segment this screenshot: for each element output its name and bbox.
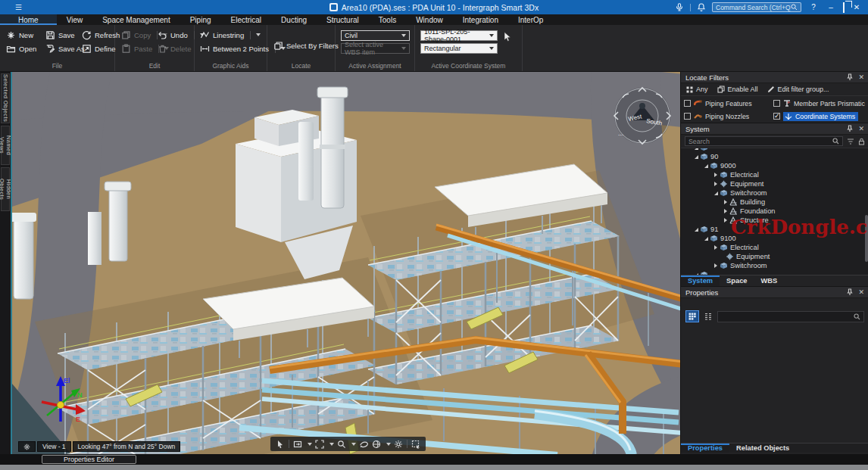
properties-filter-box[interactable] — [717, 311, 864, 322]
tree-row[interactable]: Equipment — [681, 252, 868, 261]
view-name-chip[interactable]: View - 1 — [37, 441, 71, 452]
expander-closed-icon[interactable] — [723, 200, 729, 204]
tab-related-objects[interactable]: Related Objects — [729, 444, 796, 453]
lock-icon[interactable] — [858, 138, 865, 145]
expander-closed-icon[interactable] — [713, 263, 719, 268]
tab-view[interactable]: View — [57, 14, 93, 25]
fit-view-button[interactable] — [293, 440, 302, 449]
system-search-box[interactable] — [685, 136, 843, 146]
compass-more-button[interactable]: ... — [618, 129, 624, 137]
define-button[interactable]: Define — [82, 42, 120, 55]
tree-row[interactable]: 9000 — [681, 161, 868, 170]
named-views-tab[interactable]: Named Views — [1, 126, 10, 165]
save-as-button[interactable]: Save As — [45, 42, 85, 55]
expander-open-icon[interactable] — [713, 191, 719, 195]
select-by-filters-button[interactable]: Select By Filters — [273, 39, 339, 52]
filter-member-parts-prismatic[interactable]: Member Parts Prismatic — [773, 100, 866, 107]
restore-button[interactable] — [843, 3, 845, 12]
tab-tools[interactable]: Tools — [369, 14, 406, 25]
tab-electrical[interactable]: Electrical — [221, 14, 272, 25]
tab-piping[interactable]: Piping — [180, 14, 221, 25]
coordinate-mode-dropdown[interactable]: Rectangular — [420, 43, 498, 54]
filter-coordinate-systems[interactable]: Coordinate Systems — [773, 112, 866, 121]
close-icon[interactable]: ✕ — [858, 73, 864, 81]
fit-view-dropdown[interactable] — [308, 443, 312, 446]
permission-group-dropdown[interactable]: Civil — [341, 30, 410, 41]
checkbox-checked[interactable] — [773, 113, 780, 120]
checkbox[interactable] — [684, 100, 691, 107]
close-icon[interactable]: ✕ — [858, 288, 864, 296]
microphone-icon[interactable] — [676, 3, 683, 11]
any-filter-button[interactable]: Any — [686, 86, 708, 93]
expander-open-icon[interactable] — [693, 228, 699, 232]
tree-scrollbar[interactable] — [865, 215, 868, 262]
zoom-extents-button[interactable] — [315, 440, 324, 449]
filter-list-icon[interactable] — [847, 138, 854, 145]
tree-row[interactable]: 90 — [681, 152, 868, 161]
select-tool-button[interactable] — [276, 440, 285, 449]
tree-row[interactable]: Electrical — [681, 170, 868, 179]
tree-row[interactable]: Switchroom — [681, 261, 868, 270]
viewport-3d[interactable]: West South ... El N E — [11, 72, 680, 454]
view-style-dropdown[interactable] — [386, 443, 391, 446]
pin-icon[interactable] — [847, 288, 853, 296]
command-search-input[interactable] — [716, 4, 791, 11]
tree-row[interactable]: 91 — [681, 225, 868, 234]
refresh-button[interactable]: Refresh — [82, 28, 120, 42]
close-icon[interactable]: ✕ — [858, 125, 864, 132]
properties-grid-view-button[interactable] — [685, 310, 699, 322]
edit-filter-group-button[interactable]: Edit filter group... — [767, 86, 829, 93]
tree-row[interactable]: Foundation — [681, 207, 868, 216]
enable-all-button[interactable]: Enable All — [717, 86, 758, 93]
expander-closed-icon[interactable] — [713, 245, 719, 250]
tree-row[interactable]: Building — [681, 198, 868, 207]
tab-properties[interactable]: Properties — [681, 444, 729, 453]
view-navigation-compass[interactable]: West South ... — [610, 86, 677, 146]
hidden-objects-tab[interactable]: Hidden Objects — [1, 167, 10, 211]
view-style-sphere-button[interactable] — [372, 440, 381, 449]
pin-icon[interactable] — [847, 73, 853, 81]
expander-closed-icon[interactable] — [723, 209, 729, 213]
tree-row[interactable]: Electrical — [681, 243, 868, 252]
select-set-button[interactable] — [411, 440, 420, 449]
tab-space[interactable]: Space — [720, 275, 754, 286]
active-wbs-item-dropdown[interactable]: Select active WBS item — [341, 43, 410, 54]
filter-piping-nozzles[interactable]: Piping Nozzles — [684, 113, 773, 120]
tab-ducting[interactable]: Ducting — [271, 14, 317, 25]
help-button[interactable]: ? — [808, 3, 819, 11]
open-button[interactable]: Open — [6, 42, 36, 55]
tree-row[interactable]: 9100 — [681, 234, 868, 243]
tree-row[interactable]: Equipment — [681, 179, 868, 188]
tab-home[interactable]: Home — [0, 14, 57, 25]
orbit-rotate-button[interactable] — [359, 440, 369, 449]
tab-structural[interactable]: Structural — [317, 14, 369, 25]
properties-list-view-button[interactable] — [703, 310, 713, 322]
properties-filter-input[interactable] — [721, 313, 854, 320]
checkbox[interactable] — [773, 100, 780, 107]
minimize-button[interactable]: – — [826, 3, 836, 11]
new-button[interactable]: New — [6, 28, 36, 42]
notifications-bell-icon[interactable] — [698, 3, 705, 11]
tab-interop[interactable]: InterOp — [508, 14, 553, 25]
view-settings-gear-button[interactable] — [394, 440, 403, 449]
tab-system[interactable]: System — [681, 275, 720, 286]
tab-window[interactable]: Window — [406, 14, 453, 25]
tab-integration[interactable]: Integration — [453, 14, 508, 25]
active-coordinate-system-dropdown[interactable]: 1011-SPL-205-Shape-0001 — [420, 30, 498, 41]
tab-wbs[interactable]: WBS — [754, 275, 784, 286]
close-button[interactable]: ✕ — [851, 3, 862, 11]
tab-space-management[interactable]: Space Management — [92, 14, 180, 25]
zoom-tool-dropdown[interactable] — [351, 443, 356, 446]
tree-row[interactable]: Structure — [681, 216, 868, 225]
expander-open-icon[interactable] — [693, 155, 699, 159]
system-search-input[interactable] — [688, 138, 832, 145]
expander-closed-icon[interactable] — [723, 218, 729, 223]
expander-open-icon[interactable] — [703, 164, 709, 168]
save-button[interactable]: Save — [45, 28, 85, 42]
selected-objects-tab[interactable]: Selected Objects — [1, 73, 10, 123]
expander-open-icon[interactable] — [703, 237, 709, 241]
zoom-tool-button[interactable] — [337, 440, 346, 449]
filter-piping-features[interactable]: Piping Features — [684, 100, 773, 107]
pin-icon[interactable] — [847, 125, 853, 132]
tree-row[interactable]: Switchroom — [681, 188, 868, 198]
